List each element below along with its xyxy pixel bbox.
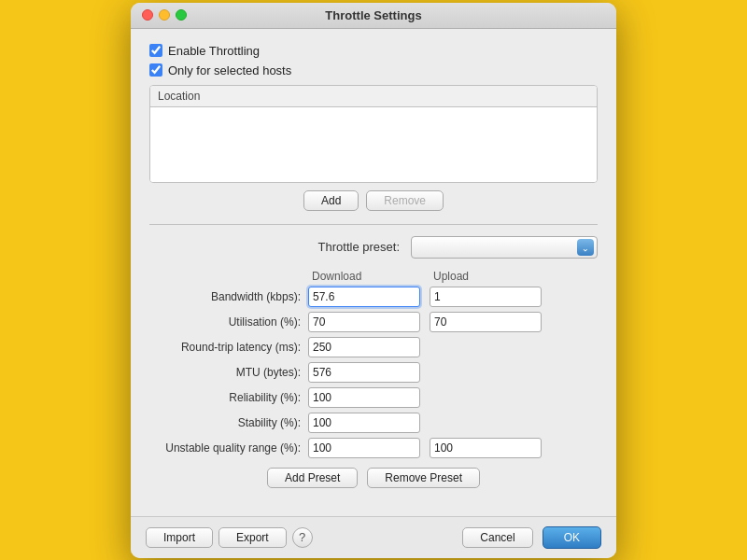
- mtu-row: MTU (bytes):: [149, 362, 598, 383]
- cancel-button[interactable]: Cancel: [462, 527, 532, 548]
- bottom-right-buttons: Cancel OK: [462, 526, 601, 549]
- reliability-input[interactable]: [308, 387, 420, 408]
- enable-throttling-label: Enable Throttling: [168, 44, 260, 58]
- enable-throttling-checkbox[interactable]: [149, 44, 162, 57]
- ok-button[interactable]: OK: [543, 526, 601, 549]
- fields-header-row: Download Upload: [308, 270, 598, 283]
- throttle-preset-select-wrapper: [411, 236, 598, 259]
- export-button[interactable]: Export: [218, 527, 287, 548]
- download-col-header: Download: [308, 270, 430, 283]
- bandwidth-row: Bandwidth (kbps):: [149, 287, 598, 307]
- maximize-button[interactable]: [176, 9, 187, 21]
- location-table-body[interactable]: [150, 107, 597, 182]
- stability-label: Stability (%):: [149, 416, 308, 429]
- fields-section: Download Upload Bandwidth (kbps): Utilis…: [149, 270, 598, 458]
- bandwidth-label: Bandwidth (kbps):: [149, 290, 308, 303]
- help-button[interactable]: ?: [292, 527, 313, 548]
- utilisation-row: Utilisation (%):: [149, 312, 598, 332]
- throttle-preset-label: Throttle preset:: [318, 240, 400, 254]
- location-table: Location: [149, 85, 598, 183]
- section-divider: [149, 224, 598, 225]
- stability-input[interactable]: [308, 413, 420, 433]
- throttle-preset-row: Throttle preset:: [149, 236, 598, 259]
- throttle-settings-window: Throttle Settings Enable Throttling Only…: [131, 3, 616, 558]
- only-selected-hosts-checkbox[interactable]: [149, 63, 162, 77]
- import-button[interactable]: Import: [146, 527, 213, 548]
- bottom-left-buttons: Import Export ?: [146, 527, 313, 548]
- only-selected-hosts-row: Only for selected hosts: [149, 63, 598, 77]
- bandwidth-upload-input[interactable]: [430, 287, 542, 307]
- title-bar: Throttle Settings: [131, 3, 616, 29]
- utilisation-upload-input[interactable]: [430, 312, 542, 332]
- enable-throttling-row: Enable Throttling: [149, 44, 598, 58]
- throttle-preset-select[interactable]: [411, 236, 598, 259]
- utilisation-download-input[interactable]: [308, 312, 420, 332]
- unstable-quality-label: Unstable quality range (%):: [149, 441, 308, 455]
- mtu-label: MTU (bytes):: [149, 366, 308, 379]
- utilisation-label: Utilisation (%):: [149, 315, 308, 329]
- location-table-buttons: Add Remove: [149, 190, 598, 211]
- unstable-quality-row: Unstable quality range (%):: [149, 438, 598, 458]
- close-button[interactable]: [142, 9, 153, 21]
- window-content: Enable Throttling Only for selected host…: [131, 29, 616, 516]
- minimize-button[interactable]: [159, 9, 170, 21]
- latency-row: Round-trip latency (ms):: [149, 337, 598, 357]
- add-preset-button[interactable]: Add Preset: [267, 468, 358, 488]
- only-selected-hosts-label: Only for selected hosts: [168, 63, 291, 77]
- remove-location-button[interactable]: Remove: [366, 190, 444, 211]
- latency-label: Round-trip latency (ms):: [149, 341, 308, 354]
- stability-row: Stability (%):: [149, 413, 598, 433]
- preset-actions: Add Preset Remove Preset: [149, 468, 598, 488]
- latency-input[interactable]: [308, 337, 420, 357]
- add-location-button[interactable]: Add: [303, 190, 359, 211]
- traffic-lights: [142, 9, 187, 21]
- reliability-label: Reliability (%):: [149, 391, 308, 404]
- reliability-row: Reliability (%):: [149, 387, 598, 408]
- remove-preset-button[interactable]: Remove Preset: [367, 468, 480, 488]
- unstable-quality-download-input[interactable]: [308, 438, 420, 458]
- bottom-bar: Import Export ? Cancel OK: [131, 516, 616, 558]
- bandwidth-download-input[interactable]: [308, 287, 420, 307]
- mtu-input[interactable]: [308, 362, 420, 383]
- unstable-quality-upload-input[interactable]: [430, 438, 542, 458]
- window-title: Throttle Settings: [325, 8, 421, 22]
- location-column-header: Location: [150, 86, 597, 107]
- upload-col-header: Upload: [430, 270, 551, 283]
